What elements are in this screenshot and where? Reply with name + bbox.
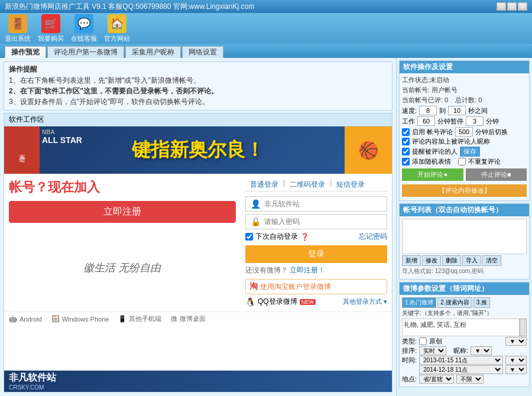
reviewed-text: 当前帐号已评: 0 xyxy=(402,96,448,105)
register-button[interactable]: 立即注册 xyxy=(9,201,236,223)
weibo-content: 不进 NBA ALL STAR 键指新奥尔良！ 🏀 帐号？现在加入 立 xyxy=(4,126,392,392)
exit-button[interactable]: 🚪 退出系统 xyxy=(5,14,31,43)
login-tabs: 普通登录 | 二维码登录 | 短信登录 xyxy=(245,178,387,191)
keyword-container: 礼物, 减肥, 笑话, 互粉 xyxy=(402,319,527,336)
remind-label: 提醒被评论的人 xyxy=(412,147,458,156)
location-label: 地点: xyxy=(402,375,417,384)
weibo-desktop-tab[interactable]: 微 微博桌面 xyxy=(171,314,206,323)
time-from-select[interactable]: 2013-01-15 11点 xyxy=(419,356,503,365)
maximize-button[interactable]: □ xyxy=(507,2,517,11)
tab-sms-login[interactable]: 短信登录 xyxy=(332,178,369,191)
time-to-detail-select[interactable]: ▼ xyxy=(505,365,527,374)
weibo-search-title: 微博参数设置（筛词网址） xyxy=(400,283,529,295)
qq-login-button[interactable]: 🐧 QQ登录微博 NEW xyxy=(245,297,316,307)
work-minutes-input[interactable] xyxy=(417,116,435,126)
tab-recommend[interactable]: 3.推 xyxy=(473,297,490,308)
windows-phone-tab[interactable]: 🪟 Windows Phone xyxy=(51,314,109,323)
time-to-select[interactable]: 2014-12-18 11点 xyxy=(419,365,503,374)
type-row: 类型: 原创 ▼ xyxy=(402,337,527,346)
speed-label: 速度: xyxy=(402,106,417,115)
location-sub-select[interactable]: 不限 xyxy=(456,375,484,384)
qq-login-area: 🐧 QQ登录微博 NEW 其他登录方式 ▾ xyxy=(245,297,387,307)
work-label: 工作 xyxy=(402,117,415,126)
speed-from-input[interactable] xyxy=(419,106,437,115)
password-input[interactable] xyxy=(264,218,382,226)
no-repeat-checkbox[interactable] xyxy=(458,158,466,165)
account-comment-checkbox[interactable] xyxy=(402,128,410,136)
tab-search-content[interactable]: 2.搜索内容 xyxy=(437,297,472,308)
help-icon[interactable]: ❓ xyxy=(300,233,309,241)
auto-login-label[interactable]: 下次自动登录 ❓ xyxy=(245,232,309,242)
work-status-text: 工作状态:未启动 xyxy=(402,76,449,85)
pause-minutes-input[interactable] xyxy=(466,116,484,126)
remind-checkbox[interactable] xyxy=(402,148,410,155)
clear-account-button[interactable]: 清空 xyxy=(482,255,501,266)
tab-normal-login[interactable]: 普通登录 xyxy=(245,178,283,191)
banner-allstar: NBA ALL STAR xyxy=(40,126,85,147)
sort-select[interactable]: 实时 其他 xyxy=(419,346,446,355)
login-right: 普通登录 | 二维码登录 | 短信登录 👤 🔒 xyxy=(245,178,387,307)
edit-account-button[interactable]: 修改 xyxy=(422,255,441,266)
location-row: 地点: 省/直辖 不限 xyxy=(402,375,527,384)
type-checkbox[interactable] xyxy=(419,337,427,345)
other-phone-tab[interactable]: 📱 其他手机端 xyxy=(118,314,161,323)
save-button[interactable]: 保存 xyxy=(460,147,480,157)
tip-2: 2、在下面"软件工作区"这里，不需要自己登录帐号，否则不评论。 xyxy=(9,86,387,96)
banner-main-text: 键指新奥尔良！ xyxy=(132,137,264,163)
buy-button[interactable]: 🛒 我要购买 xyxy=(38,14,64,43)
tab-operation-preview[interactable]: 操作预览 xyxy=(5,46,46,58)
banner-right: 🏀 xyxy=(345,126,392,174)
stop-comment-button[interactable]: 停止评论■ xyxy=(466,168,527,181)
other-login-button[interactable]: 其他登录方式 ▾ xyxy=(343,297,387,306)
tab-qr-login[interactable]: 二维码登录 xyxy=(285,178,330,191)
service-button[interactable]: 💬 在线客服 xyxy=(71,14,97,43)
forgot-password-link[interactable]: 忘记密码 xyxy=(359,232,387,242)
username-field: 👤 xyxy=(245,196,387,212)
work-row: 工作 分钟暂停 分钟 xyxy=(402,116,527,126)
close-button[interactable]: ✕ xyxy=(518,2,527,11)
work-area-title: 软件工作区 xyxy=(4,113,392,126)
comment-minutes-input[interactable] xyxy=(455,127,473,137)
phone-icons: 🤖 Android 🪟 Windows Phone 📱 其他手机端 微 微博桌面 xyxy=(4,311,392,326)
nickname-select[interactable]: ▼ xyxy=(471,346,492,355)
type-select[interactable]: ▼ xyxy=(505,337,527,346)
checkbox-account-comment: 启用 帐号评论 分钟后切换 xyxy=(402,127,527,137)
tab-trending[interactable]: 1.热门微博 xyxy=(402,297,436,308)
keyword-value: 礼物, 减肥, 笑话, 互粉 xyxy=(404,320,518,329)
weibo-icon: 微 xyxy=(171,314,177,323)
banner-left: 不进 xyxy=(4,126,40,174)
taobao-login-button[interactable]: 淘 使用淘宝账户登录微博 xyxy=(245,279,387,294)
add-nickname-checkbox[interactable] xyxy=(402,138,410,145)
add-account-button[interactable]: 新增 xyxy=(402,255,421,266)
auto-login-checkbox[interactable] xyxy=(245,233,253,241)
signup-link[interactable]: 立即注册！ xyxy=(290,266,325,274)
window-controls[interactable]: ─ □ ✕ xyxy=(497,2,527,11)
modify-content-button[interactable]: 【评论内容修改】 xyxy=(402,184,527,197)
login-button[interactable]: 登录 xyxy=(245,245,387,263)
tab-comment-user[interactable]: 评论用户第一条微博 xyxy=(47,46,124,58)
username-input[interactable] xyxy=(264,200,382,208)
tip-1: 1、在右下角帐号列表这里，先"新增"或"导入"新浪微博帐号。 xyxy=(9,76,387,86)
android-tab[interactable]: 🤖 Android xyxy=(9,314,42,323)
location-select[interactable]: 省/直辖 xyxy=(419,375,454,384)
tab-network-settings[interactable]: 网络设置 xyxy=(182,46,223,58)
toolbar: 🚪 退出系统 🛒 我要购买 💬 在线客服 🏠 官方网站 xyxy=(0,13,532,44)
speed-to-input[interactable] xyxy=(448,106,466,115)
import-account-button[interactable]: 导入 xyxy=(462,255,481,266)
website-button[interactable]: 🏠 官方网站 xyxy=(104,14,130,43)
windows-phone-icon: 🪟 xyxy=(51,315,60,323)
time-from-detail-select[interactable]: ▼ xyxy=(505,356,527,365)
account-list xyxy=(402,219,527,254)
time-label: 时间: xyxy=(402,356,417,365)
keyword-scrollbar[interactable] xyxy=(520,319,527,336)
tab-collect-nickname[interactable]: 采集用户昵称 xyxy=(125,46,181,58)
speed-row: 速度: 到 秒之间 xyxy=(402,106,527,115)
type-value: 原创 xyxy=(429,337,442,346)
add-emoji-checkbox[interactable] xyxy=(402,158,410,165)
type-label: 类型: xyxy=(402,337,417,346)
delete-account-button[interactable]: 删除 xyxy=(442,255,461,266)
minimize-button[interactable]: ─ xyxy=(497,2,506,11)
keyword-area[interactable]: 礼物, 减肥, 笑话, 互粉 xyxy=(402,319,520,336)
start-comment-button[interactable]: 开始评论● xyxy=(402,168,463,181)
bottom-logo: 非凡软件站 CRSKY.COM xyxy=(4,371,392,392)
